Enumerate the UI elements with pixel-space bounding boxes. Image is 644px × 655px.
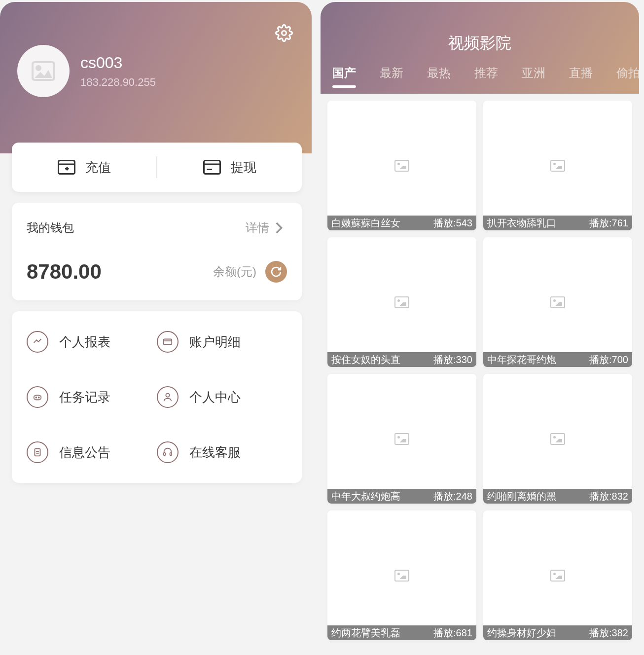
tab-5[interactable]: 直播 [569,65,593,88]
menu-notice-label: 信息公告 [59,444,110,461]
tab-1[interactable]: 最新 [380,65,403,88]
refresh-button[interactable] [265,261,287,283]
svg-rect-5 [204,161,220,174]
image-placeholder-icon [32,61,55,81]
video-thumb [483,101,632,230]
username: cs003 [80,54,156,72]
video-card-2[interactable]: 按住女奴的头直播放:330 [327,237,476,367]
video-footer: 扒开衣物舔乳口播放:761 [483,216,632,230]
tab-4[interactable]: 亚洲 [522,65,545,88]
video-plays: 播放:382 [589,626,628,640]
avatar-row: cs003 183.228.90.255 [17,45,294,97]
wallet-detail-button[interactable]: 详情 [246,219,287,236]
video-name: 中年大叔约炮高 [331,490,433,503]
menu-account[interactable]: 账户明细 [157,331,287,353]
menu-profile[interactable]: 个人中心 [157,386,287,408]
profile-header: cs003 183.228.90.255 [0,2,312,153]
video-name: 中年探花哥约炮 [487,353,589,366]
video-name: 约啪刚离婚的黑 [487,490,589,503]
deposit-button[interactable]: 充值 [12,158,156,176]
svg-rect-8 [164,339,172,345]
deposit-label: 充值 [85,159,111,176]
video-card-1[interactable]: 扒开衣物舔乳口播放:761 [483,101,632,230]
video-thumb [483,374,632,504]
video-name: 约两花臂美乳磊 [331,626,433,640]
video-plays: 播放:543 [433,217,472,230]
video-card-3[interactable]: 中年探花哥约炮播放:700 [483,237,632,367]
video-footer: 约操身材好少妇播放:382 [483,625,632,640]
image-placeholder-icon [550,296,565,308]
svg-rect-10 [34,395,41,400]
menu-account-label: 账户明细 [189,333,241,351]
menu-profile-label: 个人中心 [189,389,241,406]
menu-service[interactable]: 在线客服 [157,441,287,463]
card-icon [157,331,179,353]
menu-service-label: 在线客服 [189,444,241,461]
video-plays: 播放:700 [589,353,628,366]
svg-rect-14 [35,449,40,456]
actions-card: 充值 提现 [12,143,302,192]
video-footer: 约两花臂美乳磊播放:681 [327,625,476,640]
video-footer: 白嫩蘇蘇白丝女播放:543 [327,216,476,230]
svg-point-11 [36,397,36,398]
video-tabs: 国产最新最热推荐亚洲直播偷拍 [321,65,639,94]
wallet-card: 我的钱包 详情 8780.00 余额(元) [12,203,302,300]
video-card-5[interactable]: 约啪刚离婚的黑播放:832 [483,374,632,504]
video-plays: 播放:248 [433,490,472,503]
deposit-icon [58,158,75,176]
clipboard-icon [27,441,48,463]
tab-0[interactable]: 国产 [332,65,356,88]
image-placeholder-icon [550,570,565,582]
withdraw-button[interactable]: 提现 [157,158,302,176]
withdraw-icon [203,158,221,176]
menu-tasks[interactable]: 任务记录 [27,386,157,408]
settings-button[interactable] [274,23,294,43]
video-thumb [327,510,476,640]
video-card-4[interactable]: 中年大叔约炮高播放:248 [327,374,476,504]
image-placeholder-icon [550,160,565,172]
menu-notice[interactable]: 信息公告 [27,441,157,463]
user-ip: 183.228.90.255 [80,76,156,89]
wallet-detail-label: 详情 [246,220,269,236]
video-name: 约操身材好少妇 [487,626,589,640]
menu-report-label: 个人报表 [59,333,110,351]
video-panel: 视频影院 国产最新最热推荐亚洲直播偷拍 白嫩蘇蘇白丝女播放:543扒开衣物舔乳口… [321,2,639,655]
withdraw-label: 提现 [231,159,256,176]
menu-report[interactable]: 个人报表 [27,331,157,353]
video-footer: 按住女奴的头直播放:330 [327,352,476,367]
video-plays: 播放:832 [589,490,628,503]
gamepad-icon [27,386,48,408]
user-icon [157,386,179,408]
video-footer: 约啪刚离婚的黑播放:832 [483,489,632,504]
avatar[interactable] [17,45,70,97]
video-thumb [327,237,476,367]
video-card-0[interactable]: 白嫩蘇蘇白丝女播放:543 [327,101,476,230]
image-placeholder-icon [394,433,409,445]
headset-icon [157,441,179,463]
video-title: 视频影院 [321,33,639,54]
gear-icon [275,24,293,42]
video-plays: 播放:330 [433,353,472,366]
tab-2[interactable]: 最热 [427,65,451,88]
video-header: 视频影院 国产最新最热推荐亚洲直播偷拍 [321,2,639,94]
video-footer: 中年大叔约炮高播放:248 [327,489,476,504]
svg-point-0 [282,31,286,36]
svg-point-13 [166,394,169,397]
video-thumb [483,237,632,367]
user-info: cs003 183.228.90.255 [80,54,156,89]
tab-3[interactable]: 推荐 [474,65,498,88]
svg-point-2 [36,66,40,70]
video-card-6[interactable]: 约两花臂美乳磊播放:681 [327,510,476,640]
tab-6[interactable]: 偷拍 [616,65,639,88]
menu-card: 个人报表 账户明细 任务记录 个人中心 信息公告 在线客服 [12,311,302,483]
image-placeholder-icon [394,296,409,308]
video-grid: 白嫩蘇蘇白丝女播放:543扒开衣物舔乳口播放:761按住女奴的头直播放:330中… [321,94,639,640]
menu-tasks-label: 任务记录 [59,389,110,406]
svg-rect-19 [170,453,172,456]
chevron-right-icon [270,219,287,236]
image-placeholder-icon [550,433,565,445]
video-name: 白嫩蘇蘇白丝女 [331,217,433,230]
balance-label: 余额(元) [213,264,256,280]
video-card-7[interactable]: 约操身材好少妇播放:382 [483,510,632,640]
video-footer: 中年探花哥约炮播放:700 [483,352,632,367]
